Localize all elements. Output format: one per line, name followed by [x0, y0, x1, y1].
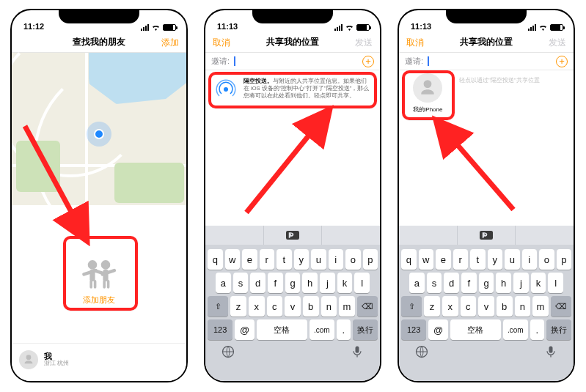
- key-l[interactable]: l: [548, 273, 563, 293]
- key-i[interactable]: i: [329, 249, 344, 270]
- key-return[interactable]: 换行: [353, 319, 378, 340]
- key-q[interactable]: q: [401, 249, 417, 270]
- map-view[interactable]: [12, 53, 186, 205]
- key-v[interactable]: v: [285, 296, 301, 317]
- key-dot[interactable]: .: [337, 319, 351, 340]
- suggestion[interactable]: [322, 226, 380, 245]
- key-h[interactable]: h: [302, 273, 318, 293]
- key-k[interactable]: k: [531, 273, 546, 293]
- nav-add-button[interactable]: 添加: [154, 32, 186, 53]
- key-f[interactable]: f: [268, 273, 283, 293]
- key-j[interactable]: j: [320, 273, 335, 293]
- suggestion[interactable]: [399, 226, 458, 245]
- key-l[interactable]: l: [354, 273, 370, 293]
- key-k[interactable]: k: [337, 273, 353, 293]
- key-x[interactable]: x: [249, 296, 265, 317]
- key-p[interactable]: p: [363, 249, 378, 270]
- key-space[interactable]: 空格: [450, 319, 501, 340]
- add-friend-button[interactable]: 添加朋友: [65, 248, 133, 315]
- key-space[interactable]: 空格: [257, 319, 307, 340]
- nav-send-button[interactable]: 发送: [348, 32, 380, 53]
- key-w[interactable]: w: [419, 249, 434, 270]
- key-a[interactable]: a: [216, 273, 231, 293]
- key-dotcom[interactable]: .com: [503, 319, 528, 340]
- key-o[interactable]: o: [345, 249, 361, 270]
- key-dotcom[interactable]: .com: [310, 319, 334, 340]
- key-p[interactable]: p: [557, 249, 572, 270]
- key-d[interactable]: d: [250, 273, 265, 293]
- key-h[interactable]: h: [496, 273, 511, 293]
- key-t[interactable]: t: [470, 249, 486, 270]
- key-n[interactable]: n: [321, 296, 337, 317]
- key-d[interactable]: d: [444, 273, 459, 293]
- globe-icon[interactable]: [414, 344, 429, 359]
- key-s[interactable]: s: [233, 273, 249, 293]
- airdrop-contact[interactable]: 我的iPhone: [406, 73, 449, 114]
- suggestion[interactable]: [205, 226, 264, 245]
- key-u[interactable]: u: [311, 249, 326, 270]
- key-c[interactable]: c: [267, 296, 283, 317]
- key-q[interactable]: q: [208, 249, 223, 270]
- key-x[interactable]: x: [442, 296, 458, 317]
- key-backspace[interactable]: ⌫: [551, 296, 571, 317]
- key-shift[interactable]: ⇧: [401, 296, 422, 317]
- invite-field-row[interactable]: 邀请: +: [399, 53, 574, 70]
- key-b[interactable]: b: [497, 296, 513, 317]
- mic-icon[interactable]: [543, 344, 558, 359]
- keyboard[interactable]: q w e r t y u i o p a s d f g h j k l: [205, 226, 380, 381]
- key-return[interactable]: 换行: [546, 319, 571, 340]
- keyboard[interactable]: q w e r t y u i o p a s d f g h j k l: [399, 226, 574, 381]
- key-g[interactable]: g: [479, 273, 494, 293]
- key-v[interactable]: v: [478, 296, 494, 317]
- suggestion-bar[interactable]: [205, 226, 380, 245]
- key-t[interactable]: t: [276, 249, 292, 270]
- mic-icon[interactable]: [350, 344, 365, 359]
- key-y[interactable]: y: [488, 249, 503, 270]
- key-shift[interactable]: ⇧: [208, 296, 228, 317]
- key-o[interactable]: o: [539, 249, 554, 270]
- key-at[interactable]: @: [235, 319, 254, 340]
- suggestion[interactable]: [458, 226, 516, 245]
- key-r[interactable]: r: [453, 249, 469, 270]
- globe-icon[interactable]: [221, 344, 235, 359]
- add-contact-button[interactable]: +: [362, 56, 374, 67]
- add-friend-label: 添加朋友: [83, 295, 115, 306]
- notch: [252, 10, 333, 23]
- invite-field-row[interactable]: 邀请: +: [205, 53, 380, 70]
- me-row[interactable]: 我 浙江 杭州: [12, 343, 186, 375]
- suggestion[interactable]: [516, 226, 574, 245]
- key-w[interactable]: w: [225, 249, 241, 270]
- key-m[interactable]: m: [532, 296, 549, 317]
- key-n[interactable]: n: [515, 296, 531, 317]
- key-e[interactable]: e: [436, 249, 451, 270]
- key-backspace[interactable]: ⌫: [357, 296, 378, 317]
- key-z[interactable]: z: [230, 296, 246, 317]
- key-z[interactable]: z: [424, 296, 440, 317]
- key-b[interactable]: b: [303, 296, 319, 317]
- key-y[interactable]: y: [294, 249, 310, 270]
- key-at[interactable]: @: [428, 319, 447, 340]
- key-123[interactable]: 123: [208, 319, 232, 340]
- key-i[interactable]: i: [522, 249, 538, 270]
- key-j[interactable]: j: [513, 273, 529, 293]
- key-s[interactable]: s: [427, 273, 442, 293]
- key-r[interactable]: r: [260, 249, 275, 270]
- key-a[interactable]: a: [409, 273, 425, 293]
- phone-3: 11:13 取消 共享我的位置 发送 邀请: + 我的iPhone 轻点以通过"…: [398, 9, 575, 382]
- key-m[interactable]: m: [339, 296, 355, 317]
- add-contact-button[interactable]: +: [556, 56, 568, 67]
- nav-cancel-button[interactable]: 取消: [205, 32, 238, 53]
- suggestion[interactable]: [264, 226, 323, 245]
- nav-cancel-button[interactable]: 取消: [399, 32, 431, 53]
- key-123[interactable]: 123: [401, 319, 426, 340]
- me-location: 浙江 杭州: [44, 360, 69, 367]
- suggestion-bar[interactable]: [399, 226, 574, 245]
- key-u[interactable]: u: [505, 249, 520, 270]
- contact-name: 我的iPhone: [413, 106, 443, 114]
- nav-send-button[interactable]: 发送: [541, 32, 574, 53]
- key-c[interactable]: c: [461, 296, 477, 317]
- key-g[interactable]: g: [285, 273, 301, 293]
- key-f[interactable]: f: [461, 273, 477, 293]
- key-e[interactable]: e: [242, 249, 257, 270]
- key-dot[interactable]: .: [530, 319, 544, 340]
